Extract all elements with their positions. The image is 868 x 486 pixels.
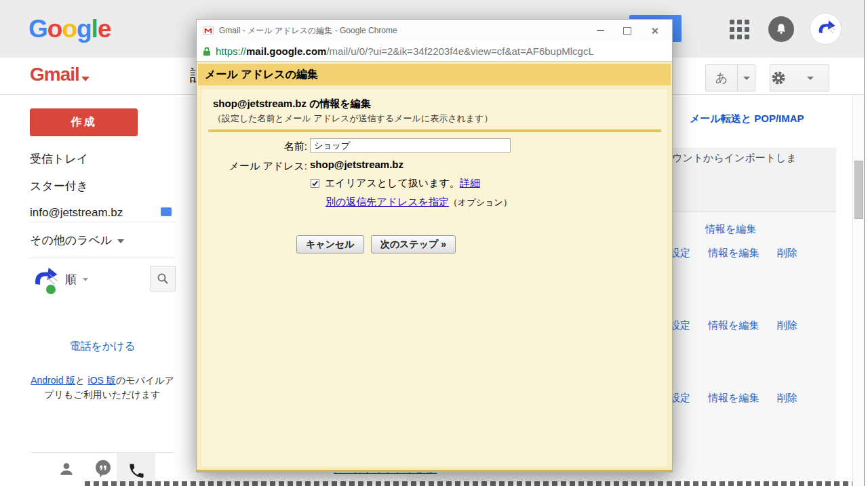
scrollbar-track[interactable] bbox=[852, 95, 864, 486]
popup-window-title: Gmail - メール アドレスの編集 - Google Chrome bbox=[219, 25, 587, 37]
dialog-body: shop@jetstream.bz の情報を編集 （設定した名前とメール アドレ… bbox=[201, 89, 667, 466]
sidebar-item-more-labels[interactable]: その他のラベル bbox=[30, 232, 124, 248]
email-value: shop@jetstream.bz bbox=[310, 159, 403, 170]
import-text-fragment: ウントからインポートしま bbox=[672, 152, 797, 165]
input-tools-arrow-icon[interactable] bbox=[738, 77, 755, 80]
account-row: 設定 情報を編集 削除 bbox=[670, 392, 812, 405]
divider bbox=[30, 222, 175, 222]
delete-link[interactable]: 削除 bbox=[777, 319, 797, 331]
next-step-button[interactable]: 次のステップ » bbox=[371, 235, 456, 254]
alias-checkbox-label: エイリアスとして扱います。 bbox=[325, 177, 460, 190]
note-text: と bbox=[75, 375, 87, 386]
dialog-heading: shop@jetstream.bz の情報を編集 bbox=[213, 98, 371, 110]
compose-button[interactable]: 作成 bbox=[30, 108, 138, 136]
minimize-button[interactable] bbox=[587, 22, 614, 39]
android-link[interactable]: Android 版 bbox=[31, 375, 75, 386]
more-labels-text: その他のラベル bbox=[30, 234, 112, 247]
url-host: mail.google.com bbox=[246, 45, 326, 57]
email-label: メール アドレス: bbox=[207, 160, 307, 173]
right-strip bbox=[865, 0, 868, 486]
alias-row: エイリアスとして扱います。 詳細 bbox=[311, 177, 480, 190]
edit-info-link[interactable]: 情報を編集 bbox=[708, 392, 759, 403]
settings-gear-button[interactable] bbox=[770, 64, 829, 92]
popup-url-bar[interactable]: https://mail.google.com/mail/u/0/?ui=2&i… bbox=[197, 41, 672, 62]
make-call-link[interactable]: 電話をかける bbox=[30, 340, 175, 354]
scrollbar-thumb[interactable] bbox=[854, 161, 863, 219]
settings-link[interactable]: 設定 bbox=[670, 392, 690, 403]
settings-link[interactable]: 設定 bbox=[670, 247, 690, 258]
gear-icon bbox=[770, 70, 787, 86]
popup-content: メール アドレスの編集 shop@jetstream.bz の情報を編集 （設定… bbox=[197, 62, 672, 472]
apps-grid-icon[interactable] bbox=[730, 20, 751, 41]
label-color-swatch[interactable] bbox=[161, 207, 172, 216]
hangouts-tab[interactable] bbox=[93, 458, 113, 480]
delete-link[interactable]: 削除 bbox=[777, 247, 797, 258]
account-row: 設定 情報を編集 削除 bbox=[670, 319, 812, 332]
hangouts-icon bbox=[94, 459, 113, 479]
clipped-text-row bbox=[85, 481, 861, 486]
delete-link[interactable]: 削除 bbox=[777, 392, 797, 403]
ios-link[interactable]: iOS 版 bbox=[88, 375, 116, 386]
url-text: https://mail.google.com/mail/u/0/?ui=2&i… bbox=[216, 45, 594, 57]
sidebar-item-inbox[interactable]: 受信トレイ bbox=[30, 151, 88, 167]
divider bbox=[208, 129, 661, 132]
tab-forwarding-pop-imap[interactable]: メール転送と POP/IMAP bbox=[690, 113, 804, 125]
screen: Google Gmail 設定 あ 作成 受信トレイ スター付き info@je… bbox=[0, 0, 868, 486]
reply-to-row: 別の返信先アドレスを指定（オプション） bbox=[326, 196, 512, 209]
checkmark-icon bbox=[311, 180, 319, 187]
jetstream-logo-icon bbox=[814, 18, 837, 41]
bell-icon bbox=[773, 21, 789, 37]
gmail-favicon-icon bbox=[203, 26, 214, 35]
secure-lock-icon bbox=[202, 46, 212, 57]
search-icon bbox=[156, 272, 170, 285]
profile-avatar[interactable] bbox=[810, 13, 842, 45]
alias-checkbox[interactable] bbox=[311, 179, 319, 188]
online-status-dot bbox=[45, 283, 57, 296]
cancel-button[interactable]: キャンセル bbox=[296, 235, 364, 254]
divider bbox=[30, 258, 175, 258]
edit-info-link[interactable]: 情報を編集 bbox=[705, 223, 756, 235]
input-tools-label: あ bbox=[706, 70, 737, 86]
name-label: 名前: bbox=[207, 140, 307, 153]
phone-tab-icon-wrap[interactable] bbox=[126, 460, 146, 481]
chat-search-button[interactable] bbox=[150, 266, 176, 291]
url-path: /mail/u/0/?ui=2&ik=34f2203f4e&view=cf&at… bbox=[326, 45, 593, 57]
dialog-header: メール アドレスの編集 bbox=[198, 64, 671, 85]
sidebar-item-starred[interactable]: スター付き bbox=[30, 178, 88, 194]
settings-link[interactable]: 設定 bbox=[670, 319, 690, 331]
alias-details-link[interactable]: 詳細 bbox=[460, 177, 480, 190]
chat-profile-name[interactable]: 順 bbox=[65, 272, 77, 287]
url-scheme: https:// bbox=[216, 45, 246, 57]
reply-to-link[interactable]: 別の返信先アドレスを指定 bbox=[326, 196, 449, 207]
gmail-menu-arrow-icon[interactable] bbox=[81, 77, 90, 81]
settings-page-heading: 設定 bbox=[190, 65, 196, 85]
sidebar-item-label-info[interactable]: info@jetstream.bz bbox=[30, 206, 123, 219]
account-row: 情報を編集 bbox=[705, 223, 771, 236]
contacts-tab[interactable] bbox=[57, 459, 76, 479]
edit-info-link[interactable]: 情報を編集 bbox=[708, 247, 759, 258]
dialog-buttons: キャンセル 次のステップ » bbox=[296, 235, 456, 254]
account-row: 設定 情報を編集 削除 bbox=[670, 247, 812, 260]
popup-title-bar[interactable]: Gmail - メール アドレスの編集 - Google Chrome bbox=[197, 20, 672, 41]
notifications-button[interactable] bbox=[768, 16, 794, 42]
dialog-title: メール アドレスの編集 bbox=[205, 68, 318, 82]
close-button[interactable] bbox=[641, 22, 668, 39]
phone-icon bbox=[127, 462, 146, 480]
gear-arrow-icon bbox=[807, 77, 814, 80]
name-input[interactable] bbox=[310, 138, 511, 153]
input-tools-button[interactable]: あ bbox=[705, 64, 755, 92]
google-logo: Google bbox=[28, 15, 111, 43]
mobile-apps-note: Android 版と iOS 版のモバイルアプリもご利用いただけます bbox=[27, 373, 178, 402]
profile-menu-arrow-icon[interactable] bbox=[83, 278, 88, 281]
edit-info-link[interactable]: 情報を編集 bbox=[708, 319, 759, 331]
reply-to-suffix: （オプション） bbox=[449, 197, 512, 207]
edit-address-popup-window: Gmail - メール アドレスの編集 - Google Chrome http… bbox=[196, 19, 673, 472]
person-icon bbox=[58, 460, 75, 478]
gmail-logo: Gmail bbox=[30, 64, 79, 85]
chevron-down-icon bbox=[117, 239, 124, 243]
dialog-subheading: （設定した名前とメール アドレスが送信するメールに表示されます） bbox=[213, 113, 492, 125]
maximize-button[interactable] bbox=[614, 22, 641, 39]
